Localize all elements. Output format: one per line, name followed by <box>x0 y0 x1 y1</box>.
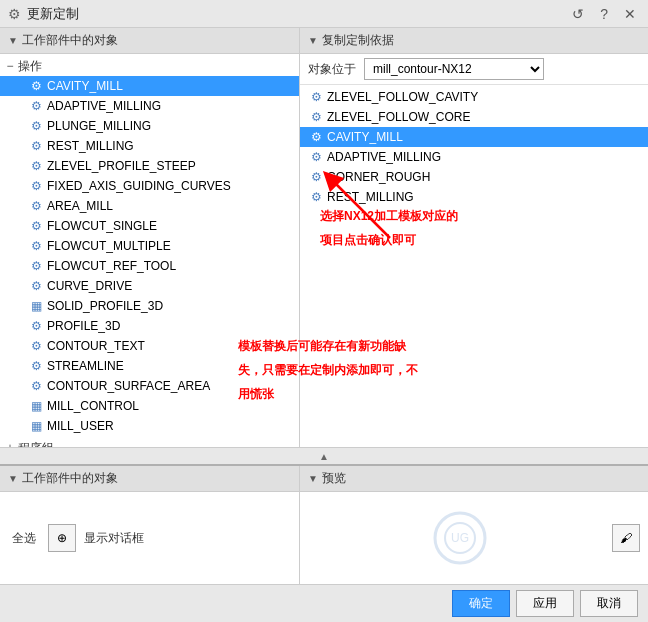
right-tree-item-1[interactable]: ⚙ ZLEVEL_FOLLOW_CORE <box>300 107 648 127</box>
ops-toggle[interactable]: − <box>4 60 16 72</box>
tree-item-PLUNGE_MILLING[interactable]: ⚙ PLUNGE_MILLING <box>0 116 299 136</box>
tree-item-SOLID_PROFILE_3D[interactable]: ▦ SOLID_PROFILE_3D <box>0 296 299 316</box>
right-mill-icon-5: ⚙ <box>308 189 324 205</box>
item-label-6: AREA_MILL <box>47 199 113 213</box>
footer: 确定 应用 取消 <box>0 584 648 622</box>
title-bar: ⚙ 更新定制 ↺ ? ✕ <box>0 0 648 28</box>
item-label-1: ADAPTIVE_MILLING <box>47 99 161 113</box>
mill-icon-2: ⚙ <box>28 118 44 134</box>
right-mill-icon-2: ⚙ <box>308 129 324 145</box>
operations-label: 操作 <box>18 58 42 75</box>
item-label-10: CURVE_DRIVE <box>47 279 132 293</box>
right-mill-icon-4: ⚙ <box>308 169 324 185</box>
right-tree-item-3[interactable]: ⚙ ADAPTIVE_MILLING <box>300 147 648 167</box>
right-item-label-0: ZLEVEL_FOLLOW_CAVITY <box>327 90 478 104</box>
mill-icon-12: ⚙ <box>28 318 44 334</box>
refresh-button[interactable]: ↺ <box>568 4 588 24</box>
left-panel-title: 工作部件中的对象 <box>22 32 118 49</box>
item-label-13: CONTOUR_TEXT <box>47 339 145 353</box>
close-button[interactable]: ✕ <box>620 4 640 24</box>
tree-item-MILL_CONTROL[interactable]: ▦ MILL_CONTROL <box>0 396 299 416</box>
mill-icon-17: ▦ <box>28 418 44 434</box>
tree-item-ZLEVEL_PROFILE_STEEP[interactable]: ⚙ ZLEVEL_PROFILE_STEEP <box>0 156 299 176</box>
left-panel-header: ▼ 工作部件中的对象 <box>0 28 299 54</box>
tree-item-CONTOUR_TEXT[interactable]: ⚙ CONTOUR_TEXT <box>0 336 299 356</box>
mill-icon-6: ⚙ <box>28 198 44 214</box>
mill-icon-16: ▦ <box>28 398 44 414</box>
mill-icon-3: ⚙ <box>28 138 44 154</box>
main-area: ▼ 工作部件中的对象 − 操作 ⚙ CAVITY_MILL ⚙ <box>0 28 648 622</box>
tree-item-CAVITY_MILL[interactable]: ⚙ CAVITY_MILL <box>0 76 299 96</box>
tree-item-MILL_USER[interactable]: ▦ MILL_USER <box>0 416 299 436</box>
right-item-label-4: CORNER_ROUGH <box>327 170 430 184</box>
select-all-button[interactable]: 全选 <box>8 528 40 549</box>
tree-item-FLOWCUT_MULTIPLE[interactable]: ⚙ FLOWCUT_MULTIPLE <box>0 236 299 256</box>
left-panel: ▼ 工作部件中的对象 − 操作 ⚙ CAVITY_MILL ⚙ <box>0 28 300 447</box>
tree-item-AREA_MILL[interactable]: ⚙ AREA_MILL <box>0 196 299 216</box>
item-label-9: FLOWCUT_REF_TOOL <box>47 259 176 273</box>
item-label-11: SOLID_PROFILE_3D <box>47 299 163 313</box>
bottom-separator-bar: ▲ <box>0 448 648 464</box>
right-tree-item-0[interactable]: ⚙ ZLEVEL_FOLLOW_CAVITY <box>300 87 648 107</box>
watermark-area: UG <box>308 508 612 568</box>
prog-toggle[interactable]: + <box>4 442 16 447</box>
crosshair-button[interactable]: ⊕ <box>48 524 76 552</box>
bottom-right-triangle: ▼ <box>308 473 318 484</box>
cancel-button[interactable]: 取消 <box>580 590 638 617</box>
svg-text:UG: UG <box>451 531 469 545</box>
item-label-4: ZLEVEL_PROFILE_STEEP <box>47 159 196 173</box>
mill-icon-9: ⚙ <box>28 258 44 274</box>
window-title: 更新定制 <box>27 5 79 23</box>
tree-item-FIXED_AXIS[interactable]: ⚙ FIXED_AXIS_GUIDING_CURVES <box>0 176 299 196</box>
brush-button[interactable]: 🖌 <box>612 524 640 552</box>
mill-icon-10: ⚙ <box>28 278 44 294</box>
item-label-12: PROFILE_3D <box>47 319 120 333</box>
item-label-17: MILL_USER <box>47 419 114 433</box>
crosshair-icon: ⊕ <box>57 531 67 545</box>
apply-button[interactable]: 应用 <box>516 590 574 617</box>
mill-icon-1: ⚙ <box>28 98 44 114</box>
right-tree-item-4[interactable]: ⚙ CORNER_ROUGH <box>300 167 648 187</box>
ok-button[interactable]: 确定 <box>452 590 510 617</box>
bottom-left-content: 全选 ⊕ 显示对话框 <box>0 492 299 584</box>
right-tree-item-5[interactable]: ⚙ REST_MILLING <box>300 187 648 207</box>
object-location-select[interactable]: mill_contour-NX12 <box>364 58 544 80</box>
mill-icon-13: ⚙ <box>28 338 44 354</box>
tree-item-PROFILE_3D[interactable]: ⚙ PROFILE_3D <box>0 316 299 336</box>
bottom-right-content: UG 🖌 <box>300 492 648 584</box>
right-panel: ▼ 复制定制依据 对象位于 mill_contour-NX12 ⚙ ZLEVEL… <box>300 28 648 447</box>
mill-icon-8: ⚙ <box>28 238 44 254</box>
right-mill-icon-0: ⚙ <box>308 89 324 105</box>
tree-item-REST_MILLING[interactable]: ⚙ REST_MILLING <box>0 136 299 156</box>
tree-item-STREAMLINE[interactable]: ⚙ STREAMLINE <box>0 356 299 376</box>
program-group-item[interactable]: + 程序组 <box>0 438 299 447</box>
tree-item-CURVE_DRIVE[interactable]: ⚙ CURVE_DRIVE <box>0 276 299 296</box>
tree-item-FLOWCUT_SINGLE[interactable]: ⚙ FLOWCUT_SINGLE <box>0 216 299 236</box>
right-mill-icon-1: ⚙ <box>308 109 324 125</box>
tree-item-ADAPTIVE_MILLING[interactable]: ⚙ ADAPTIVE_MILLING <box>0 96 299 116</box>
mill-icon-14: ⚙ <box>28 358 44 374</box>
program-group-label: 程序组 <box>18 440 54 448</box>
right-item-label-3: ADAPTIVE_MILLING <box>327 150 441 164</box>
mill-icon-7: ⚙ <box>28 218 44 234</box>
mill-icon-11: ▦ <box>28 298 44 314</box>
right-tree-item-2[interactable]: ⚙ CAVITY_MILL <box>300 127 648 147</box>
help-button[interactable]: ? <box>596 4 612 24</box>
right-tree-area[interactable]: ⚙ ZLEVEL_FOLLOW_CAVITY ⚙ ZLEVEL_FOLLOW_C… <box>300 85 648 447</box>
bottom-bar-arrow[interactable]: ▲ <box>319 451 329 462</box>
operations-group[interactable]: − 操作 <box>0 56 299 76</box>
item-label-15: CONTOUR_SURFACE_AREA <box>47 379 210 393</box>
top-panels: ▼ 工作部件中的对象 − 操作 ⚙ CAVITY_MILL ⚙ <box>0 28 648 448</box>
item-label-3: REST_MILLING <box>47 139 134 153</box>
left-tree-area[interactable]: − 操作 ⚙ CAVITY_MILL ⚙ ADAPTIVE_MILLING ⚙ <box>0 54 299 447</box>
left-panel-triangle: ▼ <box>8 35 18 46</box>
item-label-0: CAVITY_MILL <box>47 79 123 93</box>
tree-item-CONTOUR_SURFACE_AREA[interactable]: ⚙ CONTOUR_SURFACE_AREA <box>0 376 299 396</box>
right-panel-header: ▼ 复制定制依据 <box>300 28 648 54</box>
tree-item-FLOWCUT_REF_TOOL[interactable]: ⚙ FLOWCUT_REF_TOOL <box>0 256 299 276</box>
bottom-area: ▼ 工作部件中的对象 全选 ⊕ 显示对话框 ▼ 预览 <box>0 464 648 584</box>
mill-icon-0: ⚙ <box>28 78 44 94</box>
right-panel-triangle: ▼ <box>308 35 318 46</box>
bottom-right-title: 预览 <box>322 470 346 487</box>
bottom-left-header: ▼ 工作部件中的对象 <box>0 466 299 492</box>
